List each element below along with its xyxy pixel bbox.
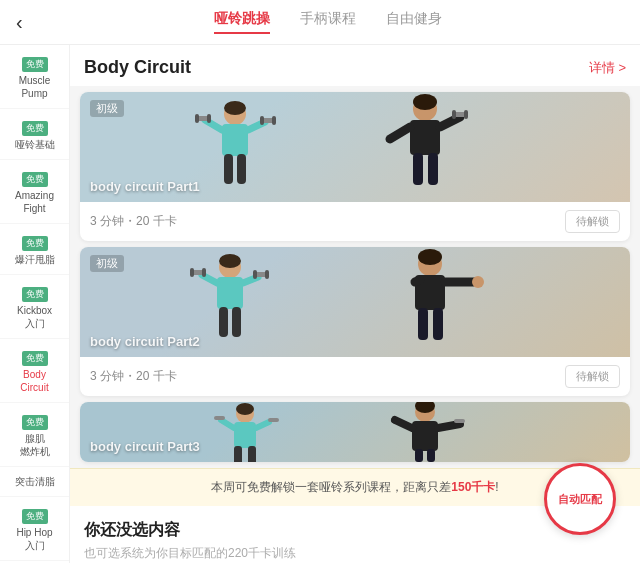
card-title-3: body circuit Part3 [90, 439, 200, 454]
sidebar-item-muscle-blast[interactable]: 免费 腺肌燃炸机 [0, 403, 69, 467]
banner-highlight: 150千卡 [451, 480, 495, 494]
sidebar-item-burst[interactable]: 突击清脂 [0, 467, 69, 497]
svg-rect-22 [428, 153, 438, 185]
svg-point-41 [472, 276, 484, 288]
svg-rect-34 [219, 307, 228, 337]
section-title: Body Circuit [84, 57, 191, 78]
tab-bar: 哑铃跳操 手柄课程 自由健身 [33, 10, 624, 34]
svg-line-48 [256, 422, 269, 428]
svg-rect-10 [272, 116, 276, 125]
sidebar-label: 哑铃基础 [4, 138, 65, 151]
card-title-2: body circuit Part2 [90, 334, 200, 349]
svg-rect-46 [234, 422, 256, 448]
detail-link[interactable]: 详情 > [589, 59, 626, 77]
svg-rect-6 [195, 114, 199, 123]
sidebar-item-dumbbell-basic[interactable]: 免费 哑铃基础 [0, 109, 69, 160]
free-badge: 免费 [22, 415, 48, 430]
svg-rect-52 [248, 446, 256, 462]
svg-rect-43 [433, 308, 443, 340]
sidebar-item-hiphop[interactable]: 免费 Hip Hop入门 [0, 497, 69, 561]
unlock-button-1[interactable]: 待解锁 [565, 210, 620, 233]
card-part2: body circuit Part2 初级 3 分钟・20 千卡 待解锁 [80, 247, 630, 396]
svg-rect-51 [234, 446, 242, 462]
card-footer-2: 3 分钟・20 千卡 待解锁 [80, 357, 630, 396]
sidebar-label: 爆汗甩脂 [4, 253, 65, 266]
card-level-2: 初级 [90, 255, 124, 272]
card-footer-1: 3 分钟・20 千卡 待解锁 [80, 202, 630, 241]
empty-desc: 也可选系统为你目标匹配的220千卡训练 [84, 545, 626, 562]
svg-rect-33 [265, 270, 269, 279]
sidebar-item-muscle-pump[interactable]: 免费 MusclePump [0, 45, 69, 109]
free-badge: 免费 [22, 287, 48, 302]
svg-rect-15 [410, 120, 440, 155]
empty-title: 你还没选内容 [84, 520, 626, 541]
svg-rect-2 [222, 124, 248, 156]
sidebar-label: BodyCircuit [4, 368, 65, 394]
header: ‹ 哑铃跳操 手柄课程 自由健身 [0, 0, 640, 45]
svg-rect-30 [202, 268, 206, 277]
banner-prefix: 本周可免费解锁一套哑铃系列课程，距离只差 [211, 480, 451, 494]
free-badge: 免费 [22, 509, 48, 524]
svg-point-1 [224, 101, 246, 115]
card-level-1: 初级 [90, 100, 124, 117]
svg-rect-19 [452, 110, 456, 119]
card-part3: body circuit Part3 [80, 402, 630, 462]
svg-rect-58 [454, 419, 465, 423]
main-layout: 免费 MusclePump 免费 哑铃基础 免费 AmazingFight 免费… [0, 45, 640, 563]
svg-point-14 [413, 94, 437, 110]
svg-point-37 [418, 249, 442, 265]
sidebar-item-body-circuit[interactable]: 免费 BodyCircuit [0, 339, 69, 403]
sidebar-label: AmazingFight [4, 189, 65, 215]
free-badge: 免费 [22, 172, 48, 187]
svg-rect-20 [464, 110, 468, 119]
free-badge: 免费 [22, 351, 48, 366]
svg-rect-42 [418, 308, 428, 340]
card-image-3: body circuit Part3 [80, 402, 630, 462]
svg-rect-59 [415, 449, 423, 462]
sidebar-item-amazing-fight[interactable]: 免费 AmazingFight [0, 160, 69, 224]
sidebar-item-kickbox[interactable]: 免费 Kickbox入门 [0, 275, 69, 339]
card-meta-2: 3 分钟・20 千卡 [90, 368, 177, 385]
tab-dumbell[interactable]: 哑铃跳操 [214, 10, 270, 34]
card-part1: body circuit Part1 初级 3 分钟・20 千卡 待解锁 [80, 92, 630, 241]
sidebar-item-fat-burn[interactable]: 免费 爆汗甩脂 [0, 224, 69, 275]
svg-rect-25 [217, 277, 243, 309]
svg-rect-49 [214, 416, 225, 420]
svg-line-47 [221, 420, 234, 428]
svg-point-45 [236, 403, 254, 415]
banner-suffix: ! [495, 480, 498, 494]
svg-line-57 [438, 424, 460, 428]
svg-rect-50 [268, 418, 279, 422]
svg-rect-29 [190, 268, 194, 277]
svg-rect-9 [260, 116, 264, 125]
fab-label: 自动匹配 [558, 492, 602, 506]
svg-rect-21 [413, 153, 423, 185]
sidebar-label: Kickbox入门 [4, 304, 65, 330]
svg-line-39 [415, 280, 420, 282]
svg-line-17 [440, 117, 460, 127]
sidebar-label: 突击清脂 [4, 475, 65, 488]
svg-rect-12 [237, 154, 246, 184]
svg-point-24 [219, 254, 241, 268]
card-title-1: body circuit Part1 [90, 179, 200, 194]
card-meta-1: 3 分钟・20 千卡 [90, 213, 177, 230]
sidebar-label: Hip Hop入门 [4, 526, 65, 552]
svg-line-16 [390, 127, 410, 139]
svg-rect-35 [232, 307, 241, 337]
free-badge: 免费 [22, 121, 48, 136]
unlock-button-2[interactable]: 待解锁 [565, 365, 620, 388]
svg-rect-55 [412, 421, 438, 451]
auto-match-fab[interactable]: 自动匹配 [544, 463, 616, 535]
card-image-2: body circuit Part2 初级 [80, 247, 630, 357]
back-button[interactable]: ‹ [16, 11, 23, 34]
sidebar-label: MusclePump [4, 74, 65, 100]
sidebar: 免费 MusclePump 免费 哑铃基础 免费 AmazingFight 免费… [0, 45, 70, 563]
tab-handle[interactable]: 手柄课程 [300, 10, 356, 34]
svg-rect-7 [207, 114, 211, 123]
svg-line-56 [395, 420, 412, 428]
svg-rect-60 [427, 449, 435, 462]
sidebar-label: 腺肌燃炸机 [4, 432, 65, 458]
svg-rect-32 [253, 270, 257, 279]
tab-free[interactable]: 自由健身 [386, 10, 442, 34]
svg-rect-11 [224, 154, 233, 184]
